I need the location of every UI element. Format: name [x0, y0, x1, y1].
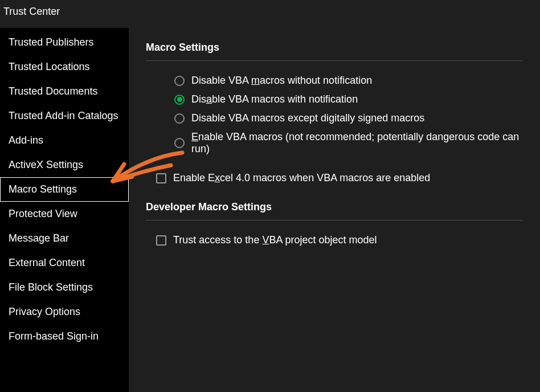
- divider: [146, 60, 523, 61]
- main-panel: Macro Settings Disable VBA macros withou…: [129, 28, 540, 392]
- radio-icon: [174, 95, 185, 105]
- sidebar-item-add-ins[interactable]: Add-ins: [0, 128, 129, 153]
- sidebar-item-privacy-options[interactable]: Privacy Options: [0, 300, 129, 324]
- developer-macro-settings-heading: Developer Macro Settings: [146, 193, 523, 218]
- radio-icon: [174, 113, 185, 124]
- checkbox-icon: [156, 235, 166, 246]
- sidebar-item-trusted-locations[interactable]: Trusted Locations: [0, 55, 129, 79]
- macro-radio-label: Enable VBA macros (not recommended; pote…: [191, 131, 523, 155]
- macro-radio-0[interactable]: Disable VBA macros without notification: [146, 71, 523, 90]
- macro-radio-3[interactable]: Enable VBA macros (not recommended; pote…: [146, 128, 523, 158]
- sidebar-item-trusted-publishers[interactable]: Trusted Publishers: [0, 30, 129, 55]
- macro-radio-label: Disable VBA macros without notification: [191, 75, 372, 87]
- radio-icon: [174, 138, 185, 148]
- trust-vba-project-checkbox-row[interactable]: Trust access to the VBA project object m…: [146, 231, 523, 250]
- sidebar-item-form-based-sign-in[interactable]: Form-based Sign-in: [0, 324, 129, 349]
- sidebar-item-message-bar[interactable]: Message Bar: [0, 226, 129, 251]
- enable-excel4-macros-checkbox-row[interactable]: Enable Excel 4.0 macros when VBA macros …: [146, 169, 523, 187]
- sidebar-item-protected-view[interactable]: Protected View: [0, 202, 129, 226]
- sidebar-item-trusted-documents[interactable]: Trusted Documents: [0, 79, 129, 104]
- macro-radio-1[interactable]: Disable VBA macros with notification: [146, 90, 523, 109]
- sidebar-item-external-content[interactable]: External Content: [0, 251, 129, 275]
- sidebar-item-trusted-add-in-catalogs[interactable]: Trusted Add-in Catalogs: [0, 104, 129, 128]
- checkbox-icon: [156, 173, 166, 183]
- enable-excel4-macros-label: Enable Excel 4.0 macros when VBA macros …: [173, 172, 430, 184]
- window-title: Trust Center: [0, 0, 540, 28]
- sidebar: Trusted PublishersTrusted LocationsTrust…: [0, 28, 129, 392]
- divider: [146, 220, 523, 220]
- macro-radio-2[interactable]: Disable VBA macros except digitally sign…: [146, 109, 523, 128]
- sidebar-item-activex-settings[interactable]: ActiveX Settings: [0, 153, 129, 177]
- macro-settings-heading: Macro Settings: [146, 34, 523, 58]
- sidebar-item-macro-settings[interactable]: Macro Settings: [0, 177, 129, 202]
- sidebar-item-file-block-settings[interactable]: File Block Settings: [0, 275, 129, 300]
- macro-radio-label: Disable VBA macros except digitally sign…: [191, 112, 424, 124]
- trust-vba-project-label: Trust access to the VBA project object m…: [173, 234, 377, 246]
- radio-icon: [174, 76, 185, 86]
- macro-radio-label: Disable VBA macros with notification: [191, 93, 358, 105]
